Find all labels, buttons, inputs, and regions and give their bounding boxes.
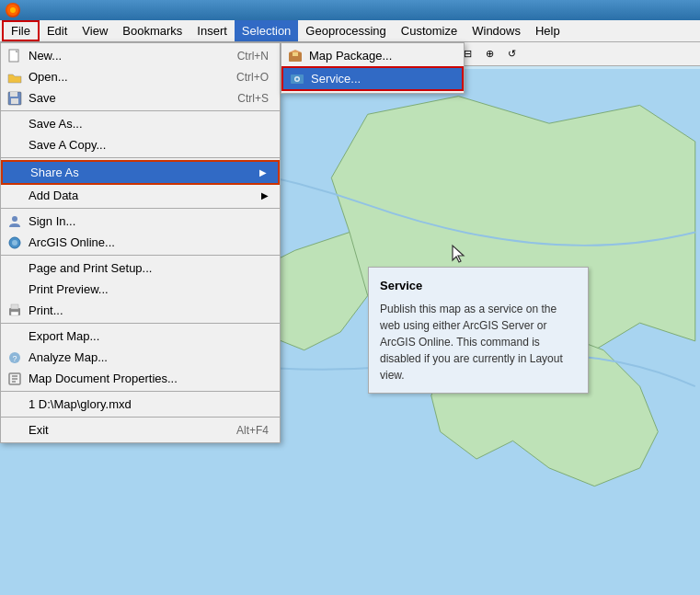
- svg-point-10: [12, 216, 17, 222]
- sep6: [1, 391, 280, 392]
- sep4: [1, 255, 280, 256]
- analyze-icon: ?: [6, 349, 23, 366]
- menu-share-as[interactable]: Share As ▶: [1, 160, 280, 185]
- toolbar-b5[interactable]: ↺: [501, 44, 522, 64]
- menu-bookmarks[interactable]: Bookmarks: [115, 20, 189, 41]
- service-icon: [289, 71, 305, 87]
- sep3: [1, 208, 280, 209]
- menu-view[interactable]: View: [75, 20, 115, 41]
- open-icon: [6, 69, 23, 86]
- save-icon: [6, 90, 23, 107]
- svg-point-27: [296, 77, 299, 80]
- menu-save-as[interactable]: Save As...: [1, 113, 280, 134]
- share-as-submenu: Map Package... Service...: [281, 42, 465, 94]
- svg-marker-23: [289, 50, 302, 52]
- menu-selection[interactable]: Selection: [235, 20, 298, 41]
- menu-help[interactable]: Help: [528, 20, 568, 41]
- sep2: [1, 157, 280, 158]
- menu-print-preview[interactable]: Print Preview...: [1, 279, 280, 300]
- menu-recent-file[interactable]: 1 D:\Map\glory.mxd: [1, 394, 280, 415]
- mappackage-icon: [287, 48, 304, 64]
- svg-rect-14: [11, 304, 18, 309]
- menu-file[interactable]: File: [2, 20, 40, 41]
- sep1: [1, 110, 280, 111]
- tooltip-body: Publish this map as a service on the web…: [380, 301, 577, 383]
- toolbar-b4[interactable]: ⊕: [479, 44, 499, 64]
- new-icon: [6, 48, 23, 64]
- sep5: [1, 323, 280, 324]
- menu-insert[interactable]: Insert: [189, 20, 235, 41]
- svg-rect-15: [11, 312, 18, 315]
- menu-geoprocessing[interactable]: Geoprocessing: [298, 20, 393, 41]
- menu-map-doc-props[interactable]: Map Document Properties...: [1, 368, 280, 389]
- menu-arcgisonline[interactable]: ArcGIS Online...: [1, 232, 280, 253]
- svg-rect-24: [293, 52, 298, 56]
- menu-add-data[interactable]: Add Data ▶: [1, 185, 280, 206]
- svg-point-12: [12, 240, 17, 246]
- svg-point-1: [10, 7, 16, 13]
- service-tooltip: Service Publish this map as a service on…: [368, 267, 589, 394]
- menu-print[interactable]: Print...: [1, 300, 280, 321]
- menu-customize[interactable]: Customize: [394, 20, 465, 41]
- svg-rect-9: [11, 98, 18, 104]
- print-icon: [6, 303, 23, 319]
- menu-signin[interactable]: Sign In...: [1, 211, 280, 232]
- menu-exit[interactable]: Exit Alt+F4: [1, 419, 280, 441]
- file-dropdown: New... Ctrl+N Open... Ctrl+O Save Ctrl+S…: [0, 42, 281, 443]
- tooltip-title: Service: [380, 277, 577, 295]
- svg-rect-8: [10, 92, 17, 97]
- arcgisonline-icon: [6, 235, 23, 251]
- menu-edit[interactable]: Edit: [40, 20, 75, 41]
- svg-text:?: ?: [12, 354, 17, 363]
- submenu-map-package[interactable]: Map Package...: [281, 45, 464, 66]
- signin-icon: [6, 213, 23, 230]
- title-bar: [0, 0, 700, 20]
- menu-windows[interactable]: Windows: [465, 20, 528, 41]
- menu-bar: File Edit View Bookmarks Insert Selectio…: [0, 20, 700, 42]
- menu-new[interactable]: New... Ctrl+N: [1, 45, 280, 66]
- menu-open[interactable]: Open... Ctrl+O: [1, 66, 280, 87]
- sep7: [1, 417, 280, 418]
- properties-icon: [6, 371, 23, 387]
- app-icon: [6, 3, 20, 17]
- submenu-service[interactable]: Service...: [281, 66, 464, 91]
- menu-export-map[interactable]: Export Map...: [1, 326, 280, 347]
- menu-save-copy[interactable]: Save A Copy...: [1, 134, 280, 155]
- menu-page-print[interactable]: Page and Print Setup...: [1, 257, 280, 279]
- menu-save[interactable]: Save Ctrl+S: [1, 87, 280, 109]
- menu-analyze-map[interactable]: ? Analyze Map...: [1, 347, 280, 368]
